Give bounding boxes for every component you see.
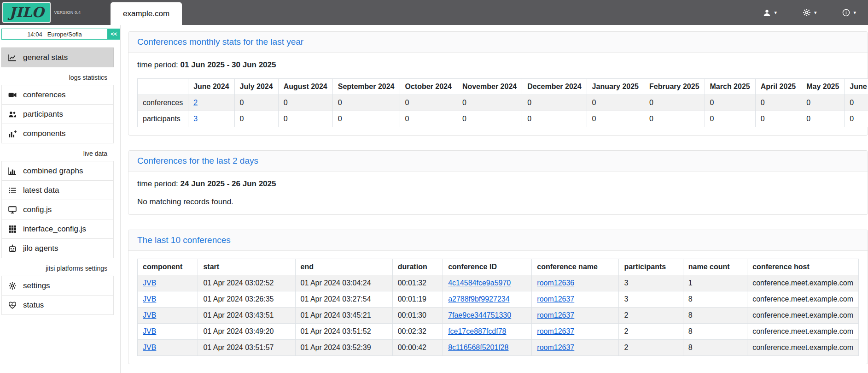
conference-id-link[interactable]: 8c116568f5201f28 — [448, 343, 508, 351]
conference-name-link[interactable]: room12637 — [537, 343, 574, 351]
conference-id-link[interactable]: 4c14584fce9a5970 — [448, 279, 511, 287]
sidebar-item-general-stats[interactable]: general stats — [1, 47, 114, 67]
cell: room12637 — [532, 291, 619, 308]
row-label: conferences — [138, 95, 188, 111]
time-period: time period: 01 Jun 2025 - 30 Jun 2025 — [137, 60, 859, 70]
cell: 0 — [587, 111, 644, 127]
cell: JVB — [138, 308, 198, 324]
cell: 2 — [188, 95, 234, 111]
column-header: July 2024 — [234, 79, 278, 95]
sidebar-item-label: components — [23, 129, 66, 138]
cell: 0 — [705, 95, 755, 111]
column-header: June 2024 — [188, 79, 234, 95]
cell: JVB — [138, 340, 198, 356]
conference-id-link[interactable]: a2788f9bf9927234 — [448, 295, 509, 303]
sidebar-item-label: status — [23, 301, 44, 310]
end-cell: 01 Apr 2024 03:52:39 — [295, 340, 392, 356]
column-header: August 2024 — [278, 79, 332, 95]
no-records-message: No matching records found. — [137, 197, 859, 207]
conference-id-link[interactable]: 7fae9ce344751330 — [448, 311, 511, 319]
conference-name-link[interactable]: room12637 — [537, 311, 574, 319]
component-link[interactable]: JVB — [143, 327, 156, 335]
cell: 0 — [278, 111, 332, 127]
sidebar-item-label: participants — [23, 110, 63, 119]
cell: 0 — [644, 111, 705, 127]
component-link[interactable]: JVB — [143, 279, 156, 287]
sidebar-item-label: interface_config.js — [23, 225, 86, 234]
component-link[interactable]: JVB — [143, 343, 156, 351]
clock-widget: 14:04 Europe/Sofia — [1, 29, 108, 40]
row-label: participants — [138, 111, 188, 127]
participants-cell: 2 — [619, 308, 683, 324]
cell: 0 — [845, 111, 868, 127]
cell: room12637 — [532, 324, 619, 340]
cell: 0 — [400, 95, 457, 111]
time-period-value: 24 Jun 2025 - 26 Jun 2025 — [181, 179, 276, 188]
sidebar-section-live-data: live data — [1, 143, 114, 161]
conference-id-link[interactable]: fce17ce887fcdf78 — [448, 327, 506, 335]
user-menu[interactable]: ▾ — [763, 9, 777, 17]
main-content: Conferences monthly stats for the last y… — [121, 25, 868, 373]
card-body: time period: 01 Jun 2025 - 30 Jun 2025 J… — [128, 53, 868, 135]
cell: 0 — [522, 95, 587, 111]
table-row-participants: participants 3 0 0 0 0 0 0 0 0 0 0 — [138, 111, 868, 127]
sidebar-item-settings[interactable]: settings — [1, 276, 114, 296]
jilo-logo[interactable]: JILO — [2, 2, 51, 24]
cell: 0 — [705, 111, 755, 127]
conference-host-cell: conference.meet.example.com — [747, 308, 859, 324]
conference-name-link[interactable]: room12637 — [537, 327, 574, 335]
settings-menu[interactable]: ▾ — [803, 8, 817, 17]
cell: room12637 — [532, 340, 619, 356]
monitor-icon — [8, 206, 17, 214]
duration-cell: 00:00:42 — [392, 340, 443, 356]
time-period-label: time period: — [137, 179, 178, 188]
card-title-last-10-conferences[interactable]: The last 10 conferences — [137, 235, 231, 245]
name-count-cell: 8 — [683, 291, 747, 308]
conference-name-link[interactable]: room12636 — [537, 279, 574, 287]
sidebar-item-interface-config-js[interactable]: interface_config.js — [1, 219, 114, 239]
conferences-month-count-link[interactable]: 2 — [193, 99, 198, 107]
sidebar-section-jitsi-platforms-settings: jitsi platforms settings — [1, 258, 114, 276]
sidebar-item-conferences[interactable]: conferences — [1, 85, 114, 105]
component-link[interactable]: JVB — [143, 311, 156, 319]
cell: JVB — [138, 275, 198, 291]
sidebar-item-jilo-agents[interactable]: jilo agents — [1, 238, 114, 258]
user-icon — [763, 9, 771, 17]
video-camera-icon — [8, 91, 17, 99]
cell: JVB — [138, 324, 198, 340]
participants-cell: 2 — [619, 340, 683, 356]
components-icon — [8, 130, 17, 138]
monthly-stats-table: June 2024 July 2024 August 2024 Septembe… — [137, 78, 868, 127]
end-cell: 01 Apr 2024 03:45:21 — [295, 308, 392, 324]
conference-host-cell: conference.meet.example.com — [747, 340, 859, 356]
tab-example-com[interactable]: example.com — [111, 2, 182, 25]
cell: room12637 — [532, 308, 619, 324]
sidebar-item-status[interactable]: status — [1, 295, 114, 315]
sidebar-item-label: jilo agents — [23, 244, 58, 253]
card-title-monthly-stats[interactable]: Conferences monthly stats for the last y… — [137, 37, 303, 47]
participants-month-count-link[interactable]: 3 — [193, 115, 198, 123]
cell: 0 — [457, 111, 522, 127]
sidebar-collapse-button[interactable]: << — [108, 29, 120, 40]
column-header: duration — [392, 259, 443, 275]
start-cell: 01 Apr 2024 03:02:52 — [198, 275, 295, 291]
sidebar-item-components[interactable]: components — [1, 124, 114, 143]
info-icon — [842, 9, 850, 17]
column-header: January 2025 — [587, 79, 644, 95]
cell: 0 — [332, 111, 400, 127]
sidebar-item-participants[interactable]: participants — [1, 104, 114, 124]
column-header: October 2024 — [400, 79, 457, 95]
component-link[interactable]: JVB — [143, 295, 156, 303]
sidebar-item-combined-graphs[interactable]: combined graphs — [1, 161, 114, 181]
sidebar-item-latest-data[interactable]: latest data — [1, 180, 114, 200]
card-title-last-2-days[interactable]: Conferences for the last 2 days — [137, 156, 258, 166]
sidebar-item-label: conferences — [23, 90, 66, 100]
sidebar-item-config-js[interactable]: config.js — [1, 200, 114, 219]
list-icon — [8, 186, 17, 195]
info-menu[interactable]: ▾ — [842, 9, 856, 17]
cell: 0 — [522, 111, 587, 127]
version-label: VERSION 0.4 — [54, 10, 81, 15]
column-header: December 2024 — [522, 79, 587, 95]
column-header: May 2025 — [801, 79, 845, 95]
conference-name-link[interactable]: room12637 — [537, 295, 574, 303]
